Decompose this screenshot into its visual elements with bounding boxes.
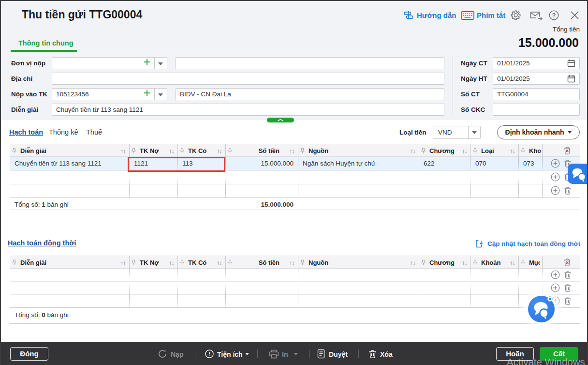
svg-text:?: ? xyxy=(552,12,556,19)
